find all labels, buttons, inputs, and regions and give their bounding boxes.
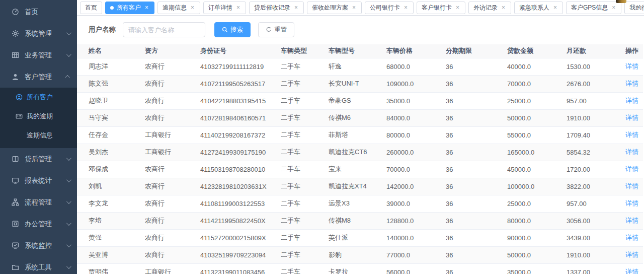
- table-cell: 36: [446, 195, 507, 212]
- table-cell: 45000.0: [507, 161, 567, 178]
- detail-link[interactable]: 详情: [625, 234, 638, 241]
- search-input[interactable]: [123, 22, 205, 37]
- table-cell: 农商行: [145, 109, 200, 126]
- table-cell: 二手车: [281, 212, 329, 229]
- sidebar-item-my-overdue[interactable]: 我的逾期: [0, 107, 77, 126]
- detail-link[interactable]: 详情: [625, 199, 638, 207]
- table-cell: 40000.0: [507, 58, 567, 75]
- tab-visit-records[interactable]: 外访记录×: [468, 2, 511, 14]
- table-cell: 36: [446, 229, 507, 246]
- close-icon[interactable]: ×: [293, 5, 299, 11]
- sidebar-subitem-label: 所有客户: [27, 93, 53, 102]
- table-cell: 传祺M6: [329, 109, 386, 126]
- table-cell: 农商行: [145, 161, 200, 178]
- grid-icon: [11, 51, 19, 59]
- chevron-down-icon: [66, 177, 71, 182]
- detail-link[interactable]: 详情: [625, 80, 638, 87]
- sidebar-item-label: 首页: [25, 8, 70, 17]
- tab-collection-plan[interactable]: 催收处理方案×: [307, 2, 362, 14]
- table-cell: 1720.00: [567, 161, 625, 178]
- customer-table-wrap: 姓名资方身份证号车辆类型车辆型号车辆价格分期期限贷款金额月还款操作 周志洋农商行…: [77, 44, 644, 274]
- tab-overdue-info[interactable]: 逾期信息×: [157, 2, 200, 14]
- sidebar-item-overdue-info[interactable]: 逾期信息: [0, 126, 77, 145]
- table-cell: 马守宾: [77, 109, 145, 126]
- sidebar-item-office[interactable]: 办公管理: [0, 213, 77, 235]
- close-icon[interactable]: ×: [611, 5, 616, 11]
- search-button[interactable]: 搜索: [214, 22, 251, 37]
- close-icon[interactable]: ×: [455, 5, 460, 11]
- reset-button[interactable]: 重置: [258, 22, 294, 37]
- table-cell: 36: [446, 212, 507, 229]
- tab-all-customers[interactable]: 所有客户×: [105, 2, 154, 14]
- detail-link[interactable]: 详情: [625, 97, 638, 104]
- sidebar-item-customer[interactable]: 客户管理: [0, 66, 77, 88]
- tab-order-detail[interactable]: 订单详情×: [203, 2, 246, 14]
- detail-link[interactable]: 详情: [625, 62, 638, 70]
- detail-link[interactable]: 详情: [625, 131, 638, 139]
- tab-label: 逾期信息: [163, 4, 187, 12]
- detail-link[interactable]: 详情: [625, 148, 638, 156]
- table-cell: 80000.0: [507, 212, 567, 229]
- detail-link[interactable]: 详情: [625, 217, 638, 224]
- sidebar-item-system[interactable]: 系统管理: [0, 23, 77, 44]
- table-cell: 1910.00: [567, 246, 625, 263]
- table-cell: 二手车: [281, 109, 329, 126]
- table-cell: 工商银行: [145, 126, 200, 144]
- tab-label: 订单详情: [208, 4, 232, 12]
- sidebar-item-all-customers[interactable]: 所有客户: [0, 88, 77, 107]
- table-cell-actions: 详情: [625, 75, 643, 92]
- detail-link[interactable]: 详情: [625, 182, 638, 190]
- sidebar-item-process[interactable]: 流程管理: [0, 191, 77, 213]
- close-icon[interactable]: ×: [190, 5, 195, 11]
- table-cell: 1337.00: [567, 263, 625, 274]
- sidebar-item-loan[interactable]: 贷后管理: [0, 148, 77, 170]
- detail-link[interactable]: 详情: [625, 165, 638, 173]
- table-cell: 黄强: [77, 229, 145, 246]
- column-header: 操作: [625, 44, 643, 58]
- table-cell: 二手车: [281, 263, 329, 274]
- sidebar-item-tools[interactable]: 系统工具: [0, 256, 77, 274]
- sidebar-item-label: 客户管理: [25, 73, 66, 82]
- tab-collection-records[interactable]: 贷后催收记录×: [249, 2, 304, 14]
- tab-label: 紧急联系人: [519, 4, 549, 12]
- tab-company-bank-card[interactable]: 公司银行卡×: [365, 2, 414, 14]
- close-icon[interactable]: ×: [235, 5, 241, 11]
- table-row: 任存金工商银行411402199208167372二手车菲斯塔80000.036…: [77, 126, 643, 144]
- table-row: 吴刘杰工商银行412724199309175190二手车凯迪拉克CT626000…: [77, 144, 643, 161]
- tab-home[interactable]: 首页: [80, 2, 102, 14]
- sidebar-item-report[interactable]: 报表统计: [0, 170, 77, 191]
- close-icon[interactable]: ×: [403, 5, 409, 11]
- sidebar-item-monitor[interactable]: 系统监控: [0, 235, 77, 256]
- sidebar-item-label: 系统管理: [25, 29, 66, 38]
- sidebar-item-home[interactable]: 首页: [0, 1, 77, 23]
- column-header: 分期期限: [446, 44, 507, 58]
- table-cell: 1530.00: [567, 58, 625, 75]
- sidebar-subitem-label: 我的逾期: [27, 112, 53, 121]
- table-cell: 411323199011083456: [200, 263, 281, 274]
- table-cell: 长安UNI-T: [329, 75, 386, 92]
- tab-emergency-contacts[interactable]: 紧急联系人×: [514, 2, 563, 14]
- detail-link[interactable]: 详情: [625, 251, 638, 258]
- table-row: 邓保成农商行411503198708280010二手车宝来70000.03645…: [77, 161, 643, 178]
- tab-customer-gps[interactable]: 客户GPS信息×: [566, 2, 621, 14]
- table-cell: 36: [446, 246, 507, 263]
- table-cell-actions: 详情: [625, 92, 643, 109]
- tab-label: 催收处理方案: [312, 4, 348, 12]
- tab-my-todo[interactable]: 我的待办×: [624, 2, 644, 14]
- table-row: 贾明伟工商银行411323199011083456二手车卡罗拉56000.036…: [77, 263, 643, 274]
- table-row: 李培农商行41142119950822450X二手车传祺M8128800.036…: [77, 212, 643, 229]
- tab-bar: 首页所有客户×逾期信息×订单详情×贷后催收记录×催收处理方案×公司银行卡×客户银…: [77, 0, 644, 16]
- table-cell: 农商行: [145, 75, 200, 92]
- column-header: 月还款: [567, 44, 625, 58]
- detail-link[interactable]: 详情: [625, 114, 638, 121]
- table-cell: 957.00: [567, 195, 625, 212]
- sidebar-item-business[interactable]: 业务管理: [0, 44, 77, 66]
- close-icon[interactable]: ×: [351, 5, 357, 11]
- close-icon[interactable]: ×: [501, 5, 506, 11]
- close-icon[interactable]: ×: [144, 5, 149, 11]
- tab-customer-bank-card[interactable]: 客户银行卡×: [417, 2, 465, 14]
- table-cell-actions: 详情: [625, 161, 643, 178]
- detail-link[interactable]: 详情: [625, 268, 638, 274]
- close-icon[interactable]: ×: [552, 5, 558, 11]
- sidebar: 首页系统管理业务管理客户管理所有客户我的逾期逾期信息贷后管理报表统计流程管理办公…: [0, 0, 77, 274]
